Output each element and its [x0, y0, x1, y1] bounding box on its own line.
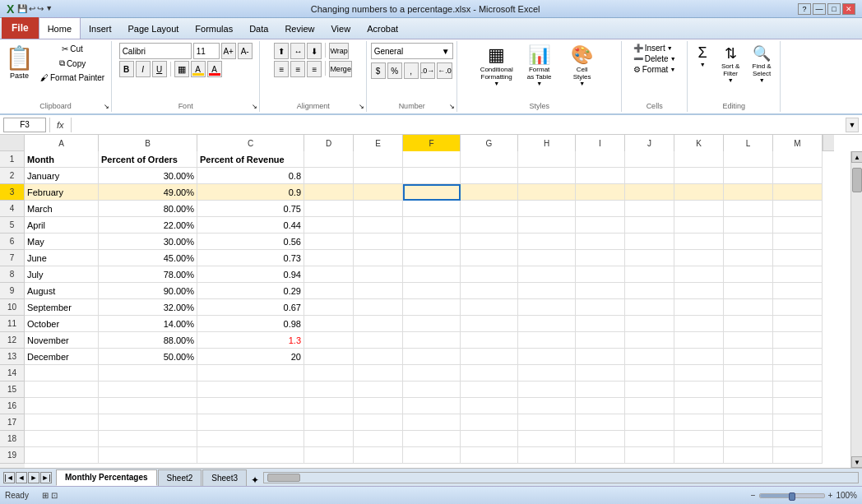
cell-J18[interactable] — [625, 431, 674, 447]
col-header-C[interactable]: C — [197, 135, 304, 151]
formula-expand-button[interactable]: ▼ — [846, 118, 859, 132]
cell-K1[interactable] — [674, 151, 724, 168]
cell-M14[interactable] — [773, 365, 823, 381]
cell-F6[interactable] — [403, 234, 461, 250]
number-expand[interactable]: ↘ — [449, 103, 455, 110]
cell-D9[interactable] — [304, 283, 354, 299]
cell-E12[interactable] — [354, 332, 403, 349]
cell-G14[interactable] — [461, 365, 518, 381]
sheet-tab-monthly-percentages[interactable]: Monthly Percentages — [56, 469, 157, 486]
cell-K3[interactable] — [674, 184, 724, 201]
align-right-button[interactable]: ≡ — [307, 61, 322, 77]
cell-G12[interactable] — [461, 332, 518, 349]
cell-D10[interactable] — [304, 299, 354, 316]
redo-icon[interactable]: ↪ — [37, 4, 44, 13]
cell-B2[interactable]: 30.00% — [99, 168, 197, 184]
cell-B6[interactable]: 30.00% — [99, 234, 197, 250]
cell-H5[interactable] — [518, 217, 576, 234]
cell-L19[interactable] — [724, 447, 773, 464]
col-header-E[interactable]: E — [354, 135, 403, 151]
undo-icon[interactable]: ↩ — [29, 4, 35, 13]
cell-J11[interactable] — [625, 316, 674, 332]
zoom-slider[interactable] — [759, 493, 825, 498]
cell-C11[interactable]: 0.98 — [197, 316, 304, 332]
cell-M5[interactable] — [773, 217, 823, 234]
zoom-slider-thumb[interactable] — [789, 492, 795, 501]
col-header-J[interactable]: J — [625, 135, 674, 151]
cell-H19[interactable] — [518, 447, 576, 464]
cell-I8[interactable] — [576, 266, 625, 283]
cell-B12[interactable]: 88.00% — [99, 332, 197, 349]
cell-L14[interactable] — [724, 365, 773, 381]
cell-E9[interactable] — [354, 283, 403, 299]
font-color-button[interactable]: A — [207, 61, 222, 77]
cell-C13[interactable]: 20 — [197, 349, 304, 365]
cell-M15[interactable] — [773, 381, 823, 398]
row-header-5[interactable]: 5 — [0, 217, 25, 234]
cell-L10[interactable] — [724, 299, 773, 316]
cell-B1[interactable]: Percent of Orders — [99, 151, 197, 168]
cell-J1[interactable] — [625, 151, 674, 168]
cell-A6[interactable]: May — [25, 234, 99, 250]
cell-M13[interactable] — [773, 349, 823, 365]
cell-K13[interactable] — [674, 349, 724, 365]
cell-M9[interactable] — [773, 283, 823, 299]
cell-D19[interactable] — [304, 447, 354, 464]
cell-G17[interactable] — [461, 414, 518, 431]
cell-C16[interactable] — [197, 398, 304, 414]
cell-G13[interactable] — [461, 349, 518, 365]
cell-B15[interactable] — [99, 381, 197, 398]
cell-D5[interactable] — [304, 217, 354, 234]
cell-L18[interactable] — [724, 431, 773, 447]
cell-I16[interactable] — [576, 398, 625, 414]
row-header-6[interactable]: 6 — [0, 234, 25, 250]
row-header-19[interactable]: 19 — [0, 447, 25, 464]
cell-D7[interactable] — [304, 250, 354, 266]
cell-F7[interactable] — [403, 250, 461, 266]
cell-D14[interactable] — [304, 365, 354, 381]
sheet-tab-sheet2[interactable]: Sheet2 — [158, 469, 202, 486]
format-as-table-button[interactable]: 📊 Formatas Table ▼ — [520, 43, 559, 88]
cell-B18[interactable] — [99, 431, 197, 447]
cell-K2[interactable] — [674, 168, 724, 184]
cell-D11[interactable] — [304, 316, 354, 332]
cell-C18[interactable] — [197, 431, 304, 447]
cell-D3[interactable] — [304, 184, 354, 201]
cell-F1[interactable] — [403, 151, 461, 168]
cell-D18[interactable] — [304, 431, 354, 447]
cell-G7[interactable] — [461, 250, 518, 266]
cell-F15[interactable] — [403, 381, 461, 398]
col-header-M[interactable]: M — [773, 135, 823, 151]
cell-A16[interactable] — [25, 398, 99, 414]
row-header-13[interactable]: 13 — [0, 349, 25, 365]
cell-C4[interactable]: 0.75 — [197, 201, 304, 217]
cell-L15[interactable] — [724, 381, 773, 398]
cell-H15[interactable] — [518, 381, 576, 398]
cell-L2[interactable] — [724, 168, 773, 184]
cell-B7[interactable]: 45.00% — [99, 250, 197, 266]
tab-view[interactable]: View — [322, 19, 359, 39]
cell-H8[interactable] — [518, 266, 576, 283]
cell-A18[interactable] — [25, 431, 99, 447]
close-btn[interactable]: ✕ — [842, 3, 855, 15]
cell-A10[interactable]: September — [25, 299, 99, 316]
tab-file[interactable]: File — [2, 17, 39, 39]
cell-E5[interactable] — [354, 217, 403, 234]
cell-C1[interactable]: Percent of Revenue — [197, 151, 304, 168]
cell-H2[interactable] — [518, 168, 576, 184]
cell-G1[interactable] — [461, 151, 518, 168]
cell-M18[interactable] — [773, 431, 823, 447]
cell-F16[interactable] — [403, 398, 461, 414]
cell-F4[interactable] — [403, 201, 461, 217]
cell-M4[interactable] — [773, 201, 823, 217]
cell-D15[interactable] — [304, 381, 354, 398]
cell-I19[interactable] — [576, 447, 625, 464]
cell-F10[interactable] — [403, 299, 461, 316]
cell-I11[interactable] — [576, 316, 625, 332]
cell-J7[interactable] — [625, 250, 674, 266]
cell-J8[interactable] — [625, 266, 674, 283]
cell-styles-button[interactable]: 🎨 CellStyles ▼ — [563, 43, 602, 88]
cell-H16[interactable] — [518, 398, 576, 414]
cell-H13[interactable] — [518, 349, 576, 365]
fill-color-button[interactable]: A — [191, 61, 206, 77]
